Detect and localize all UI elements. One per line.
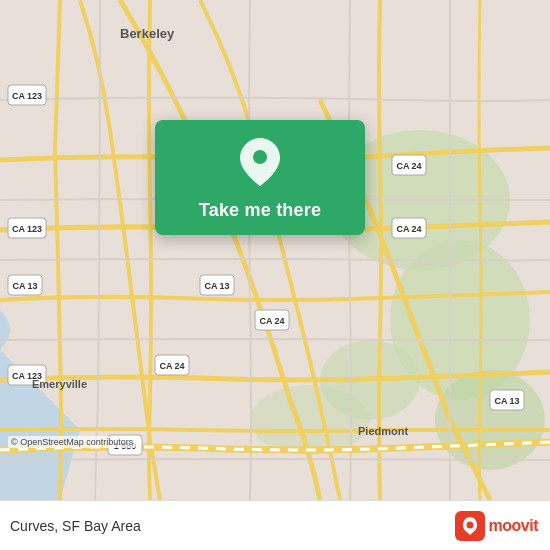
map-container: Berkeley CA 123 CA 123 CA 123 CA 13 CA 1…	[0, 0, 550, 500]
svg-text:CA 24: CA 24	[259, 316, 284, 326]
svg-text:CA 24: CA 24	[396, 161, 421, 171]
svg-text:CA 13: CA 13	[494, 396, 519, 406]
cta-card[interactable]: Take me there	[155, 120, 365, 235]
svg-text:CA 13: CA 13	[204, 281, 229, 291]
svg-text:CA 24: CA 24	[159, 361, 184, 371]
svg-text:Emeryville: Emeryville	[32, 378, 87, 390]
bottom-bar: Curves, SF Bay Area moovit	[0, 500, 550, 550]
svg-text:CA 24: CA 24	[396, 224, 421, 234]
svg-point-31	[253, 150, 267, 164]
svg-point-4	[250, 385, 370, 455]
svg-text:CA 123: CA 123	[12, 91, 42, 101]
location-pin-icon	[240, 138, 280, 190]
svg-text:CA 123: CA 123	[12, 224, 42, 234]
svg-text:Piedmont: Piedmont	[358, 425, 408, 437]
svg-text:CA 13: CA 13	[12, 281, 37, 291]
moovit-logo: moovit	[455, 511, 538, 541]
moovit-icon	[455, 511, 485, 541]
take-me-there-button[interactable]: Take me there	[199, 200, 321, 221]
copyright-label: © OpenStreetMap contributors	[8, 436, 136, 448]
location-label: Curves, SF Bay Area	[10, 518, 141, 534]
svg-point-33	[466, 521, 473, 528]
svg-text:Berkeley: Berkeley	[120, 26, 175, 41]
moovit-brand-text: moovit	[489, 517, 538, 535]
map-svg: Berkeley CA 123 CA 123 CA 123 CA 13 CA 1…	[0, 0, 550, 500]
